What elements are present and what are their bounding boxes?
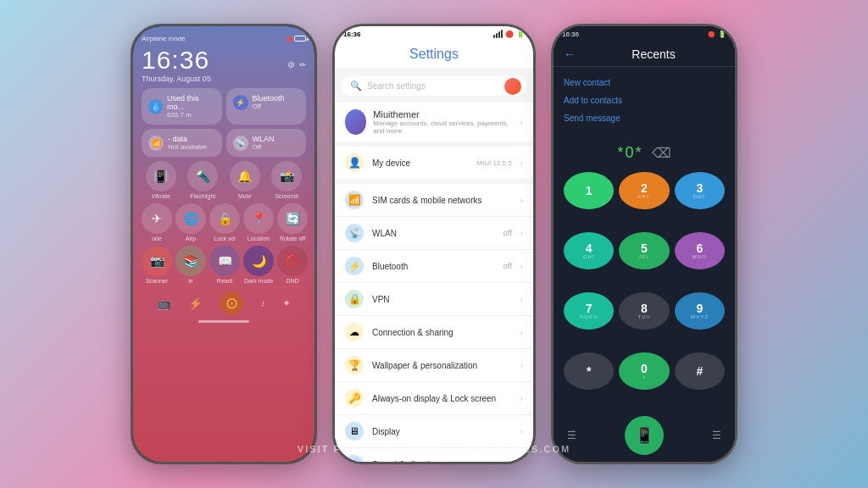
battery-red-icon: 🔴 [505, 30, 514, 38]
left-status-bar: Airplane mode [142, 35, 306, 42]
connection-icon: ☁ [345, 323, 364, 341]
dial-btn-6[interactable]: 6 MNO [675, 232, 725, 269]
flashlight-btn[interactable]: 🔦 Flashlight [184, 161, 223, 199]
left-phone: Airplane mode 16:36 Thursday, August 05 … [131, 24, 317, 464]
rotate-btn[interactable]: 🔄 Rotate off [277, 203, 308, 241]
wlan-tile[interactable]: 📡 WLAN Off [226, 129, 307, 157]
flashlight-icon: 🔦 [187, 161, 218, 191]
settings-item-wlan[interactable]: 📡 WLAN off › [335, 217, 533, 250]
recents-send-message[interactable]: Send message [564, 109, 725, 127]
right-status-bar: 16:36 🔴 🔋 [554, 26, 735, 42]
search-bar[interactable]: 🔍 Search settings [342, 76, 526, 96]
device-label: My device [372, 158, 468, 168]
le-icon: 📚 [175, 246, 206, 276]
dial-bottom: ☰ 📱 ☰ [554, 411, 735, 462]
dial-btn-9[interactable]: 9 WXYZ [675, 292, 725, 330]
settings-item-wallpaper[interactable]: 🏆 Wallpaper & personalization › [335, 349, 533, 382]
wlan-chevron: › [520, 229, 523, 238]
left-screen: Airplane mode 16:36 Thursday, August 05 … [133, 26, 314, 462]
bluetooth-value: off [504, 262, 512, 270]
dial-btn-0[interactable]: 0 + [619, 352, 669, 390]
scanner-btn[interactable]: 📷 Scanner [142, 246, 172, 284]
data-status-tile[interactable]: 📶 - data Not available [142, 129, 222, 157]
tile-data-value: 833.7 m [167, 111, 215, 119]
darkmode-label: Dark mode [244, 278, 273, 284]
right-header: ← Recents [554, 42, 735, 67]
wlan-label: WLAN [372, 229, 495, 238]
dial-btn-3[interactable]: 3 DEF [675, 172, 725, 209]
bluetooth-icon: ⚡ [233, 95, 248, 110]
location-btn[interactable]: 📍 Location [243, 203, 274, 241]
dial-btn-7[interactable]: 7 PQRS [564, 292, 614, 330]
miui-version: MIUI 12.5.5 [476, 159, 511, 167]
airp-btn[interactable]: 🌐 Airp [175, 203, 206, 241]
tile-ds-label: - data [168, 135, 207, 143]
location-icon: 📍 [243, 203, 274, 234]
center-status-icons: 🔴 🔋 [493, 30, 525, 38]
center-phone: 16:36 🔴 🔋 Settings 🔍 Search settings [332, 24, 536, 464]
airplane-btn[interactable]: ✈ ode [142, 203, 172, 241]
search-avatar [504, 78, 521, 95]
tile-bt-value: Off [253, 103, 285, 110]
sim-icon: 📶 [345, 191, 364, 209]
dial-btn-star[interactable]: * [564, 352, 614, 390]
airplane-icon: ✈ [142, 203, 172, 234]
aod-label: Always-on display & Lock screen [372, 394, 512, 403]
settings-item-aod[interactable]: 🔑 Always-on display & Lock screen › [335, 382, 533, 415]
vibrate-btn[interactable]: 📳 Vibrate [142, 161, 181, 199]
screenshot-btn[interactable]: 📸 Screenst [268, 161, 307, 199]
scanner-label: Scanner [146, 278, 168, 284]
settings-item-bluetooth[interactable]: ⚡ Bluetooth off › [335, 250, 533, 283]
sim-chevron: › [520, 196, 523, 205]
settings-item-device[interactable]: 👤 My device MIUI 12.5.5 › [335, 147, 533, 179]
dial-grid: 1 2 ABC 3 DEF 4 GHI 5 JKL 6 MNO [554, 169, 735, 411]
mute-btn[interactable]: 🔔 Mute [225, 161, 264, 199]
dnd-btn[interactable]: 🚫 DND [277, 246, 308, 284]
right-battery-dot: 🔴 [708, 31, 715, 38]
dnd-label: DND [286, 278, 298, 284]
account-row[interactable]: Miuithemer Manage accounts, cloud servic… [335, 103, 533, 141]
account-info: Miuithemer Manage accounts, cloud servic… [373, 109, 513, 135]
settings-item-vpn[interactable]: 🔒 VPN › [335, 283, 533, 316]
flash-icon: ⚡ [188, 297, 203, 310]
right-status-icons: 🔴 🔋 [708, 30, 726, 38]
call-button[interactable]: 📱 [625, 416, 664, 455]
lockscreen-label: Lock sci [214, 236, 235, 241]
screenshot-icon: 📸 [271, 161, 302, 191]
dial-btn-4[interactable]: 4 GHI [564, 232, 614, 269]
home-center-icon[interactable]: ⊙ [220, 291, 243, 315]
edit-icon[interactable]: ✏ [299, 60, 306, 69]
data-tile[interactable]: 💧 Used this mo... 833.7 m [142, 88, 222, 125]
settings-icon[interactable]: ⚙ [287, 60, 295, 69]
dial-btn-hash[interactable]: # [675, 352, 725, 390]
dial-btn-5[interactable]: 5 JKL [619, 232, 669, 269]
readi-btn[interactable]: 📖 Readi [209, 246, 240, 284]
flashlight-label: Flashlight [190, 193, 215, 199]
wallpaper-icon: 🏆 [345, 356, 364, 374]
darkmode-btn[interactable]: 🌙 Dark mode [243, 246, 274, 284]
search-placeholder: Search settings [367, 81, 518, 91]
time-icons: ⚙ ✏ [287, 60, 306, 69]
dial-btn-8[interactable]: 8 TUV [619, 292, 669, 330]
darkmode-icon: 🌙 [243, 246, 274, 276]
le-btn[interactable]: 📚 le [175, 246, 206, 284]
signal-icon [493, 30, 503, 38]
dial-btn-2[interactable]: 2 ABC [619, 172, 669, 209]
lockscreen-btn[interactable]: 🔒 Lock sci [209, 203, 240, 241]
airp-icon: 🌐 [175, 203, 206, 234]
contacts-icon[interactable]: ☰ [712, 430, 721, 441]
bluetooth-tile[interactable]: ⚡ Bluetooth Off [226, 88, 307, 125]
settings-item-sim[interactable]: 📶 SIM cards & mobile networks › [335, 184, 533, 217]
dial-btn-1[interactable]: 1 [564, 172, 614, 209]
menu-icon[interactable]: ☰ [567, 430, 576, 441]
recents-add-contact[interactable]: Add to contacts [564, 92, 725, 109]
delete-btn[interactable]: ⌫ [652, 145, 671, 161]
mute-label: Mute [238, 193, 252, 199]
bluetooth-label: Bluetooth [372, 262, 495, 271]
tile-data-label: Used this mo... [167, 94, 215, 111]
settings-header: Settings [335, 42, 533, 69]
recents-new-contact[interactable]: New contact [564, 74, 725, 92]
settings-item-connection[interactable]: ☁ Connection & sharing › [335, 316, 533, 349]
back-arrow-icon[interactable]: ← [564, 47, 576, 61]
readi-icon: 📖 [209, 246, 240, 276]
